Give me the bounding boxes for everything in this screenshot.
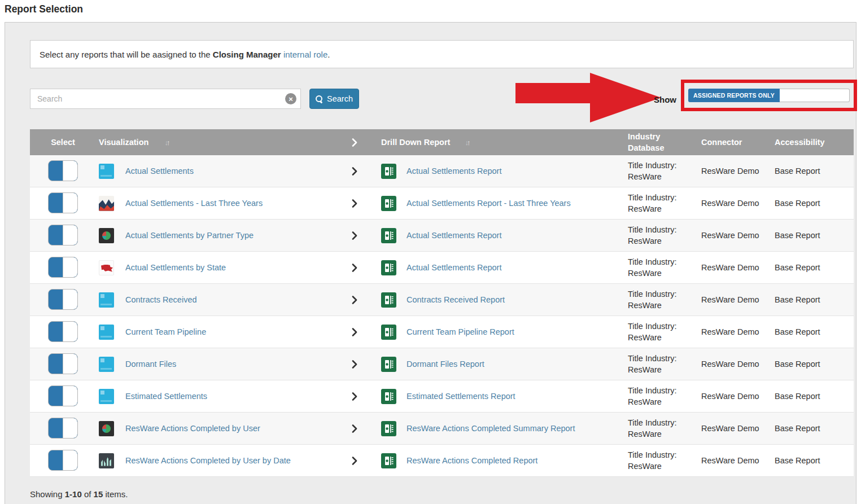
select-toggle[interactable] [48, 160, 78, 181]
industry-line1: Title Industry: [628, 385, 696, 396]
show-label: Show [617, 95, 676, 104]
visualization-link[interactable]: Actual Settlements [125, 166, 194, 176]
visualization-thumbnail [99, 292, 114, 308]
drill-down-link[interactable]: Dormant Files Report [407, 360, 484, 369]
row-expand-chevron[interactable] [339, 167, 370, 176]
header-visualization[interactable]: Visualization ↓↑ [96, 138, 339, 147]
drill-down-link[interactable]: Current Team Pipeline Report [407, 327, 514, 336]
visualization-link[interactable]: Actual Settlements by Partner Type [125, 231, 254, 240]
row-expand-chevron[interactable] [339, 231, 370, 240]
drill-down-link[interactable]: ResWare Actions Completed Summary Report [407, 424, 575, 433]
visualization-link[interactable]: Contracts Received [125, 295, 197, 304]
drill-down-cell: Actual Settlements Report - Last Three Y… [370, 196, 621, 211]
search-row: × Search Show ASSIGNED REPORTS ONLY [30, 89, 853, 109]
report-icon [381, 421, 396, 436]
table-header: Select Visualization ↓↑ Drill Down Repor… [30, 129, 854, 155]
connector-cell: ResWare Demo [696, 263, 769, 272]
report-icon [381, 389, 396, 404]
visualization-link[interactable]: Estimated Settlements [125, 392, 207, 401]
row-expand-chevron[interactable] [339, 392, 370, 401]
visualization-link[interactable]: ResWare Actions Completed by User by Dat… [125, 456, 291, 465]
search-field-wrap: × [30, 89, 301, 109]
select-cell [30, 192, 96, 214]
report-icon [381, 228, 396, 243]
visualization-cell: Estimated Settlements [96, 389, 339, 404]
row-expand-chevron[interactable] [339, 328, 370, 336]
page-title: Report Selection [5, 3, 861, 15]
table-row: ResWare Actions Completed by User by Dat… [30, 445, 854, 477]
select-toggle[interactable] [48, 353, 78, 374]
assigned-reports-only-toggle[interactable]: ASSIGNED REPORTS ONLY [688, 89, 850, 102]
clear-search-icon[interactable]: × [285, 93, 296, 104]
select-toggle[interactable] [48, 321, 78, 342]
chevron-right-icon [352, 296, 357, 304]
select-toggle[interactable] [48, 418, 78, 439]
header-select: Select [30, 138, 96, 147]
row-expand-chevron[interactable] [339, 264, 370, 272]
select-toggle[interactable] [48, 225, 78, 246]
drill-down-link[interactable]: Estimated Settlements Report [407, 392, 515, 401]
select-toggle[interactable] [48, 257, 78, 278]
drill-down-link[interactable]: Actual Settlements Report - Last Three Y… [407, 199, 571, 208]
industry-database-cell: Title Industry: ResWare [621, 288, 696, 311]
report-selection-panel: Select any reports that will be aasigned… [5, 22, 856, 504]
industry-line1: Title Industry: [628, 224, 696, 235]
visualization-cell: Actual Settlements by State [96, 260, 339, 275]
select-toggle[interactable] [48, 450, 78, 471]
annotation-highlight-box: ASSIGNED REPORTS ONLY [681, 80, 857, 111]
select-cell [30, 418, 96, 440]
visualization-link[interactable]: Actual Settlements - Last Three Years [125, 199, 263, 208]
visualization-cell: Dormant Files [96, 357, 339, 372]
select-toggle[interactable] [48, 289, 78, 310]
accessibility-cell: Base Report [769, 392, 854, 401]
drill-down-link[interactable]: Actual Settlements Report [407, 263, 501, 272]
reports-table: Select Visualization ↓↑ Drill Down Repor… [30, 129, 854, 477]
select-cell [30, 289, 96, 311]
visualization-cell: Current Team Pipeline [96, 325, 339, 340]
visualization-cell: Actual Settlements by Partner Type [96, 228, 339, 243]
search-input[interactable] [30, 89, 301, 109]
header-drill-down[interactable]: Drill Down Report ↓↑ [370, 138, 621, 147]
drill-down-link[interactable]: Actual Settlements Report [407, 166, 501, 176]
accessibility-cell: Base Report [769, 424, 854, 433]
connector-cell: ResWare Demo [696, 327, 769, 336]
visualization-thumbnail [99, 228, 114, 243]
row-expand-chevron[interactable] [339, 199, 370, 208]
row-expand-chevron[interactable] [339, 296, 370, 304]
chevron-right-icon [352, 199, 357, 208]
drill-down-link[interactable]: ResWare Actions Completed Report [407, 456, 537, 465]
drill-down-link[interactable]: Contracts Received Report [407, 295, 505, 304]
accessibility-cell: Base Report [769, 456, 854, 465]
row-expand-chevron[interactable] [339, 457, 370, 465]
toggle-knob [63, 386, 77, 406]
connector-cell: ResWare Demo [696, 295, 769, 304]
accessibility-cell: Base Report [769, 360, 854, 369]
row-expand-chevron[interactable] [339, 360, 370, 369]
accessibility-cell: Base Report [769, 231, 854, 240]
header-accessibility: Accessibility [769, 138, 854, 147]
row-expand-chevron[interactable] [339, 424, 370, 433]
visualization-cell: ResWare Actions Completed by User by Dat… [96, 453, 339, 468]
visualization-link[interactable]: ResWare Actions Completed by User [125, 424, 260, 433]
visualization-thumbnail [99, 389, 114, 404]
visualization-link[interactable]: Dormant Files [125, 360, 176, 369]
industry-database-cell: Title Industry: ResWare [621, 353, 696, 375]
industry-line2: ResWare [628, 364, 696, 375]
internal-role-link[interactable]: internal role [283, 50, 327, 59]
visualization-thumbnail [99, 325, 114, 340]
industry-database-cell: Title Industry: ResWare [621, 417, 696, 440]
visualization-thumbnail [99, 453, 114, 468]
visualization-link[interactable]: Current Team Pipeline [125, 327, 206, 336]
drill-down-link[interactable]: Actual Settlements Report [407, 231, 501, 240]
search-button[interactable]: Search [309, 89, 359, 109]
accessibility-cell: Base Report [769, 199, 854, 208]
select-toggle[interactable] [48, 192, 78, 213]
sort-icon: ↓↑ [465, 138, 469, 147]
header-expand-chevron[interactable] [339, 138, 370, 147]
drill-down-cell: Actual Settlements Report [370, 228, 621, 243]
visualization-link[interactable]: Actual Settlements by State [125, 263, 226, 272]
drill-down-cell: Current Team Pipeline Report [370, 325, 621, 340]
visualization-cell: Actual Settlements [96, 164, 339, 179]
drill-down-cell: Contracts Received Report [370, 292, 621, 308]
select-toggle[interactable] [48, 385, 78, 406]
